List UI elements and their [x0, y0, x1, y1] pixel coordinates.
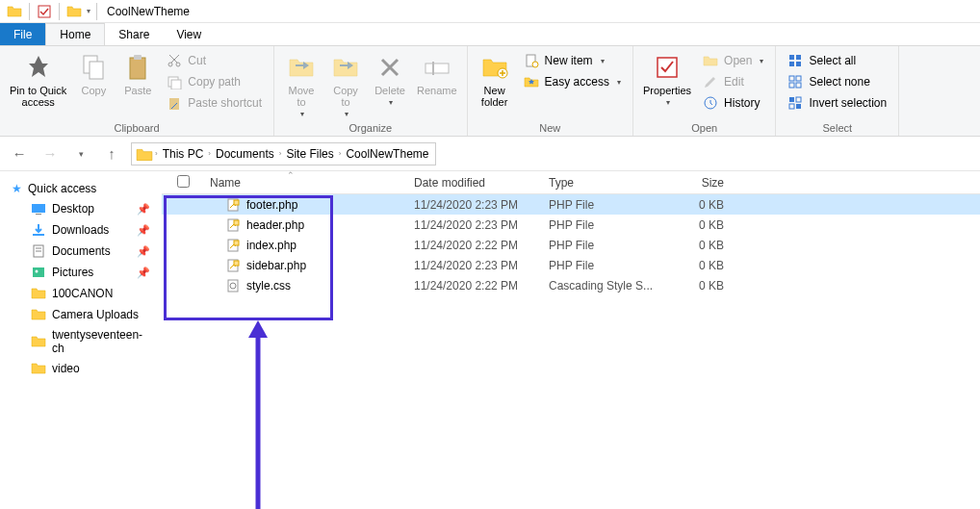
file-row[interactable]: header.php11/24/2020 2:23 PMPHP File0 KB [162, 215, 980, 235]
svg-rect-35 [33, 267, 44, 277]
chevron-down-icon: ▾ [601, 57, 605, 65]
copy-button[interactable]: Copy [72, 48, 115, 96]
sidebar-desktop[interactable]: Desktop📌 [4, 198, 158, 219]
address-bar[interactable]: › This PC› Documents› Site Files› CoolNe… [131, 142, 436, 165]
file-name: footer.php [246, 198, 297, 212]
invert-selection-button[interactable]: Invert selection [782, 92, 892, 114]
history-button[interactable]: History [697, 92, 769, 114]
tab-view[interactable]: View [163, 23, 215, 45]
file-name: index.php [246, 239, 297, 252]
column-name[interactable]: Name [206, 176, 414, 190]
scissors-icon [167, 53, 182, 68]
recent-locations-button[interactable]: ▾ [69, 142, 92, 165]
new-item-icon [524, 53, 539, 68]
tab-home[interactable]: Home [45, 23, 105, 45]
file-type: PHP File [549, 218, 668, 232]
svg-point-6 [176, 63, 180, 66]
file-row[interactable]: index.php11/24/2020 2:22 PMPHP File0 KB [162, 235, 980, 255]
copy-icon [78, 52, 109, 83]
qat-dropdown-icon[interactable]: ▾ [87, 7, 90, 15]
file-icon [225, 278, 241, 293]
forward-button[interactable]: → [39, 142, 62, 165]
folder-icon [31, 334, 46, 349]
column-headers: ⌃ Name Date modified Type Size [162, 171, 980, 194]
folder-icon [31, 286, 46, 301]
chevron-down-icon: ▾ [389, 98, 393, 107]
easy-access-button[interactable]: Easy access▾ [518, 71, 627, 92]
svg-point-14 [532, 62, 538, 67]
svg-rect-26 [796, 97, 801, 102]
file-name: sidebar.php [246, 259, 306, 272]
svg-rect-8 [171, 80, 181, 89]
crumb-this-pc[interactable]: This PC [158, 147, 209, 161]
select-all-checkbox[interactable] [177, 175, 190, 188]
copy-path-button[interactable]: Copy path [161, 71, 268, 92]
group-clipboard: Pin to Quick access Copy Paste Cut Copy … [0, 46, 274, 136]
delete-button[interactable]: Delete▾ [369, 48, 411, 107]
copy-path-icon [167, 74, 182, 89]
file-type: PHP File [549, 239, 668, 252]
crumb-coolnewtheme[interactable]: CoolNewTheme [341, 147, 433, 161]
easy-access-icon [524, 74, 539, 89]
ribbon: Pin to Quick access Copy Paste Cut Copy … [0, 46, 980, 137]
properties-button[interactable]: Properties▾ [639, 48, 695, 107]
sidebar-pictures[interactable]: Pictures📌 [4, 262, 158, 283]
sidebar-camera-uploads[interactable]: Camera Uploads [4, 304, 158, 325]
file-size: 0 KB [668, 198, 724, 212]
group-select: Select all Select none Invert selection … [776, 46, 899, 136]
cut-button[interactable]: Cut [161, 50, 268, 71]
back-button[interactable]: ← [8, 142, 31, 165]
pin-to-quick-access-button[interactable]: Pin to Quick access [6, 48, 70, 108]
svg-rect-24 [796, 83, 801, 88]
rename-button[interactable]: Rename [413, 48, 461, 96]
column-checkbox[interactable] [162, 175, 206, 191]
sidebar-twentyseventeen[interactable]: twentyseventeen-ch [4, 325, 158, 358]
open-button[interactable]: Open▾ [697, 50, 769, 71]
file-row[interactable]: style.css11/24/2020 2:22 PMCascading Sty… [162, 275, 980, 295]
file-row[interactable]: sidebar.php11/24/2020 2:23 PMPHP File0 K… [162, 255, 980, 275]
column-date[interactable]: Date modified [414, 176, 549, 190]
pictures-icon [31, 265, 46, 280]
paste-button[interactable]: Paste [116, 48, 159, 96]
file-date: 11/24/2020 2:23 PM [414, 218, 549, 232]
file-date: 11/24/2020 2:23 PM [414, 259, 549, 272]
file-row[interactable]: footer.php11/24/2020 2:23 PMPHP File0 KB [162, 194, 980, 215]
properties-qat-icon[interactable] [37, 4, 52, 19]
paste-shortcut-button[interactable]: Paste shortcut [161, 92, 268, 114]
divider [96, 3, 97, 20]
select-all-button[interactable]: Select all [782, 50, 892, 71]
paste-icon [122, 52, 153, 83]
file-name: style.css [246, 279, 291, 293]
tab-share[interactable]: Share [105, 23, 163, 45]
sidebar-100canon[interactable]: 100CANON [4, 283, 158, 304]
ribbon-tabs: File Home Share View [0, 23, 980, 46]
edit-button[interactable]: Edit [697, 71, 769, 92]
move-to-button[interactable]: Move to▾ [280, 48, 322, 118]
sidebar-video[interactable]: video [4, 358, 158, 379]
crumb-site-files[interactable]: Site Files [281, 147, 338, 161]
sidebar-documents[interactable]: Documents📌 [4, 241, 158, 262]
chevron-down-icon: ▾ [617, 78, 621, 87]
chevron-down-icon: ▾ [666, 98, 670, 107]
crumb-documents[interactable]: Documents [211, 147, 279, 161]
svg-rect-19 [789, 62, 794, 66]
svg-rect-40 [234, 220, 239, 225]
tab-file[interactable]: File [0, 23, 45, 45]
file-size: 0 KB [668, 239, 724, 252]
up-button[interactable]: ↑ [100, 142, 123, 165]
sidebar-downloads[interactable]: Downloads📌 [4, 219, 158, 241]
sidebar-quick-access[interactable]: ★Quick access [4, 179, 158, 198]
select-none-button[interactable]: Select none [782, 71, 892, 92]
copy-to-button[interactable]: Copy to▾ [324, 48, 367, 118]
svg-point-36 [36, 270, 39, 273]
column-type[interactable]: Type [549, 176, 668, 190]
column-size[interactable]: Size [668, 176, 724, 190]
new-item-button[interactable]: New item▾ [518, 50, 627, 71]
svg-rect-17 [789, 55, 794, 60]
file-size: 0 KB [668, 279, 724, 293]
file-date: 11/24/2020 2:22 PM [414, 279, 549, 293]
new-folder-button[interactable]: New folder [474, 48, 516, 108]
file-list: ⌃ Name Date modified Type Size footer.ph… [162, 171, 980, 509]
file-type: PHP File [549, 198, 668, 212]
svg-rect-31 [33, 234, 44, 236]
